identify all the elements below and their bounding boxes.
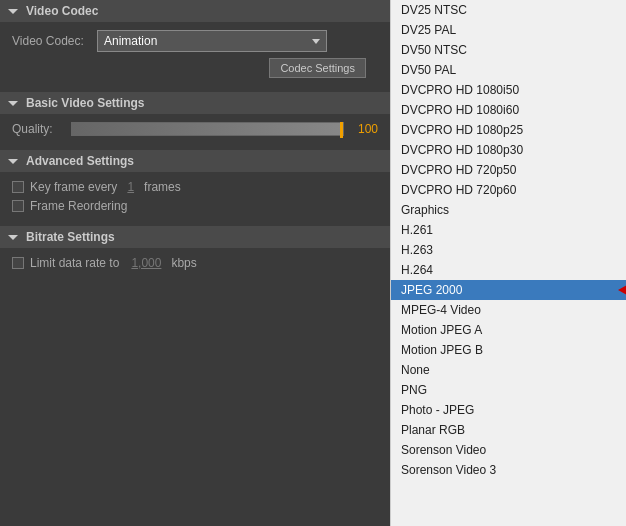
quality-value: 100: [348, 122, 378, 136]
quality-row: Quality: 100: [12, 122, 378, 136]
codec-list-item-mpeg4-video[interactable]: MPEG-4 Video: [391, 300, 626, 320]
basic-video-content: Quality: 100: [0, 114, 390, 150]
codec-label: Video Codec:: [12, 34, 97, 48]
frame-reordering-row: Frame Reordering: [12, 199, 378, 213]
codec-list-item-h264[interactable]: H.264: [391, 260, 626, 280]
advanced-collapse-icon: [8, 159, 18, 164]
keyframe-label: Key frame every: [30, 180, 117, 194]
limit-data-rate-unit: kbps: [171, 256, 196, 270]
codec-list[interactable]: DV25 NTSCDV25 PALDV50 NTSCDV50 PALDVCPRO…: [390, 0, 626, 526]
video-codec-content: Video Codec: Animation Codec Settings: [0, 22, 390, 92]
dropdown-arrow-icon: [312, 39, 320, 44]
video-codec-title: Video Codec: [26, 4, 98, 18]
codec-list-item-sorenson-video-3[interactable]: Sorenson Video 3: [391, 460, 626, 480]
codec-row: Video Codec: Animation: [12, 30, 378, 52]
codec-list-item-graphics[interactable]: Graphics: [391, 200, 626, 220]
video-codec-collapse-icon: [8, 9, 18, 14]
slider-thumb: [340, 122, 343, 138]
codec-list-item-dvcpro-hd-1080p30[interactable]: DVCPRO HD 1080p30: [391, 140, 626, 160]
keyframe-row: Key frame every 1 frames: [12, 180, 378, 194]
advanced-title: Advanced Settings: [26, 154, 134, 168]
limit-data-rate-row: Limit data rate to 1,000 kbps: [12, 256, 378, 270]
keyframe-value: 1: [127, 180, 134, 194]
codec-list-item-motion-jpeg-b[interactable]: Motion JPEG B: [391, 340, 626, 360]
codec-list-item-photo-jpeg[interactable]: Photo - JPEG: [391, 400, 626, 420]
quality-label: Quality:: [12, 122, 67, 136]
codec-list-item-none[interactable]: None: [391, 360, 626, 380]
codec-list-item-dv50-ntsc[interactable]: DV50 NTSC: [391, 40, 626, 60]
codec-settings-button[interactable]: Codec Settings: [269, 58, 366, 78]
bitrate-collapse-icon: [8, 235, 18, 240]
left-panel: Video Codec Video Codec: Animation Codec…: [0, 0, 390, 526]
basic-video-section-header[interactable]: Basic Video Settings: [0, 92, 390, 114]
codec-list-item-dv25-ntsc[interactable]: DV25 NTSC: [391, 0, 626, 20]
codec-value: Animation: [104, 34, 312, 48]
quality-slider[interactable]: [71, 122, 344, 136]
limit-data-rate-checkbox[interactable]: [12, 257, 24, 269]
keyframe-checkbox[interactable]: [12, 181, 24, 193]
codec-dropdown[interactable]: Animation: [97, 30, 327, 52]
slider-fill: [72, 123, 343, 135]
advanced-content: Key frame every 1 frames Frame Reorderin…: [0, 172, 390, 226]
bitrate-title: Bitrate Settings: [26, 230, 115, 244]
codec-list-item-dvcpro-hd-1080i60[interactable]: DVCPRO HD 1080i60: [391, 100, 626, 120]
codec-list-item-dv25-pal[interactable]: DV25 PAL: [391, 20, 626, 40]
codec-list-item-dvcpro-hd-720p60[interactable]: DVCPRO HD 720p60: [391, 180, 626, 200]
keyframe-unit: frames: [144, 180, 181, 194]
codec-list-item-dvcpro-hd-1080p25[interactable]: DVCPRO HD 1080p25: [391, 120, 626, 140]
codec-list-item-dvcpro-hd-720p50[interactable]: DVCPRO HD 720p50: [391, 160, 626, 180]
advanced-section-header[interactable]: Advanced Settings: [0, 150, 390, 172]
video-codec-section-header[interactable]: Video Codec: [0, 0, 390, 22]
codec-list-item-png[interactable]: PNG: [391, 380, 626, 400]
codec-list-item-jpeg-2000[interactable]: JPEG 2000: [391, 280, 626, 300]
codec-list-item-h263[interactable]: H.263: [391, 240, 626, 260]
codec-list-item-motion-jpeg-a[interactable]: Motion JPEG A: [391, 320, 626, 340]
codec-list-item-dvcpro-hd-1080i50[interactable]: DVCPRO HD 1080i50: [391, 80, 626, 100]
limit-data-rate-value: 1,000: [131, 256, 161, 270]
codec-list-item-h261[interactable]: H.261: [391, 220, 626, 240]
codec-list-item-planar-rgb[interactable]: Planar RGB: [391, 420, 626, 440]
basic-video-title: Basic Video Settings: [26, 96, 144, 110]
limit-data-rate-label: Limit data rate to: [30, 256, 119, 270]
frame-reordering-checkbox[interactable]: [12, 200, 24, 212]
frame-reordering-label: Frame Reordering: [30, 199, 127, 213]
bitrate-section-header[interactable]: Bitrate Settings: [0, 226, 390, 248]
bitrate-content: Limit data rate to 1,000 kbps: [0, 248, 390, 283]
basic-video-collapse-icon: [8, 101, 18, 106]
codec-list-item-dv50-pal[interactable]: DV50 PAL: [391, 60, 626, 80]
codec-list-item-sorenson-video[interactable]: Sorenson Video: [391, 440, 626, 460]
